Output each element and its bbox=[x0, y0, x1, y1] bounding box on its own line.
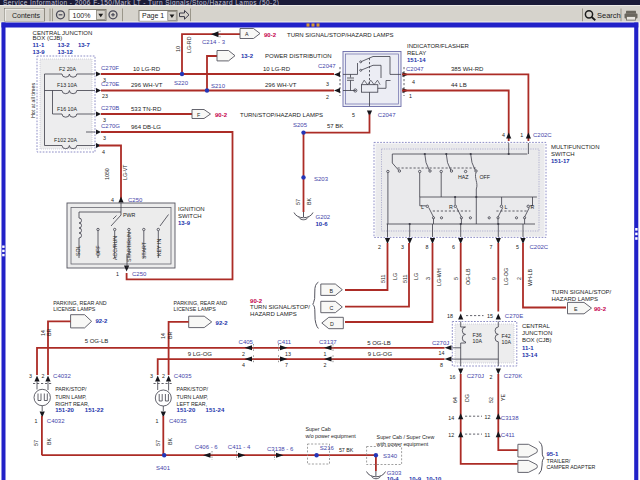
svg-text:9 LG-OG: 9 LG-OG bbox=[368, 351, 393, 357]
svg-text:C3138 - 6: C3138 - 6 bbox=[267, 446, 294, 452]
svg-text:23: 23 bbox=[102, 93, 108, 99]
svg-text:LG-RD: LG-RD bbox=[186, 36, 192, 53]
svg-text:S203: S203 bbox=[314, 176, 329, 182]
svg-text:LICENSE LAMPS: LICENSE LAMPS bbox=[53, 306, 96, 312]
svg-text:13-9: 13-9 bbox=[178, 220, 191, 226]
svg-text:533 TN-RD: 533 TN-RD bbox=[131, 106, 162, 112]
svg-text:B: B bbox=[330, 288, 334, 294]
svg-text:964 DB-LG: 964 DB-LG bbox=[131, 124, 161, 130]
svg-text:1050: 1050 bbox=[104, 168, 110, 180]
svg-text:TURN SIGNAL/STOP/HAZARD LAMPS: TURN SIGNAL/STOP/HAZARD LAMPS bbox=[287, 32, 394, 38]
svg-text:C3137: C3137 bbox=[319, 339, 337, 345]
svg-text:6: 6 bbox=[452, 244, 455, 250]
svg-text:10A: 10A bbox=[473, 338, 483, 344]
svg-text:C270E: C270E bbox=[101, 81, 119, 87]
svg-text:4: 4 bbox=[102, 149, 105, 155]
svg-text:5: 5 bbox=[352, 112, 355, 118]
svg-text:385 WH-RD: 385 WH-RD bbox=[451, 66, 484, 72]
svg-text:4: 4 bbox=[111, 197, 114, 203]
svg-text:JUNCTION: JUNCTION bbox=[522, 330, 552, 336]
svg-text:3: 3 bbox=[103, 135, 106, 141]
svg-text:POWER DISTRIBUTION: POWER DISTRIBUTION bbox=[265, 53, 332, 59]
svg-text:MULTIFUNCTION: MULTIFUNCTION bbox=[551, 144, 600, 150]
svg-text:2: 2 bbox=[378, 244, 381, 250]
svg-text:YE: YE bbox=[500, 393, 506, 401]
svg-text:10: 10 bbox=[175, 46, 181, 52]
svg-text:13-2: 13-2 bbox=[58, 42, 71, 48]
svg-text:2: 2 bbox=[242, 351, 245, 357]
svg-text:L: L bbox=[505, 204, 508, 210]
svg-text:C2047: C2047 bbox=[406, 66, 424, 72]
svg-text:1: 1 bbox=[520, 132, 523, 138]
svg-text:S401: S401 bbox=[156, 465, 171, 471]
svg-text:92-2: 92-2 bbox=[216, 320, 229, 326]
svg-text:1: 1 bbox=[116, 271, 119, 277]
svg-text:SWITCH: SWITCH bbox=[551, 151, 575, 157]
svg-text:F102 20A: F102 20A bbox=[54, 137, 77, 143]
svg-text:3: 3 bbox=[326, 81, 329, 87]
svg-text:R: R bbox=[449, 204, 453, 210]
svg-text:C202C: C202C bbox=[533, 132, 552, 138]
svg-text:F36: F36 bbox=[473, 332, 482, 338]
svg-text:OFF: OFF bbox=[480, 174, 491, 180]
svg-text:TURN SIGNAL/STOP/: TURN SIGNAL/STOP/ bbox=[551, 289, 611, 295]
svg-text:2: 2 bbox=[324, 362, 327, 368]
svg-text:A: A bbox=[245, 31, 249, 37]
svg-text:S216: S216 bbox=[320, 445, 335, 451]
svg-text:BR: BR bbox=[167, 331, 173, 339]
svg-text:90-2: 90-2 bbox=[264, 32, 277, 38]
svg-text:57: 57 bbox=[155, 440, 161, 446]
svg-text:10-9: 10-9 bbox=[409, 476, 422, 480]
svg-text:9: 9 bbox=[491, 277, 497, 280]
svg-text:13-12: 13-12 bbox=[58, 49, 74, 55]
svg-text:Super Cab: Super Cab bbox=[305, 426, 330, 432]
svg-text:TURN SIGNAL/STOP/: TURN SIGNAL/STOP/ bbox=[250, 304, 310, 310]
svg-text:11: 11 bbox=[485, 432, 491, 438]
svg-text:151-20: 151-20 bbox=[55, 407, 74, 413]
svg-text:R: R bbox=[531, 204, 535, 210]
svg-text:13-9: 13-9 bbox=[33, 49, 46, 55]
svg-text:511: 511 bbox=[402, 275, 408, 283]
svg-text:HAZARD LAMPS: HAZARD LAMPS bbox=[250, 311, 297, 317]
svg-text:START: START bbox=[141, 241, 147, 259]
svg-text:8: 8 bbox=[426, 244, 429, 250]
svg-text:HAZ: HAZ bbox=[458, 174, 469, 180]
svg-text:C405: C405 bbox=[239, 339, 254, 345]
svg-text:START/RUN: START/RUN bbox=[126, 232, 132, 262]
svg-text:1: 1 bbox=[409, 93, 412, 99]
svg-text:12: 12 bbox=[448, 432, 454, 438]
svg-text:18: 18 bbox=[447, 313, 453, 319]
svg-text:57 BK: 57 BK bbox=[339, 447, 354, 453]
svg-text:WH-LB: WH-LB bbox=[527, 268, 533, 286]
svg-text:G303: G303 bbox=[387, 470, 402, 476]
svg-text:296 WH-VT: 296 WH-VT bbox=[265, 82, 297, 88]
svg-text:Page 1: Page 1 bbox=[142, 12, 164, 20]
svg-text:IGNITION: IGNITION bbox=[178, 206, 205, 212]
svg-text:BOX (CJB): BOX (CJB) bbox=[522, 337, 552, 343]
svg-text:2: 2 bbox=[516, 277, 522, 280]
svg-text:C406 - 6: C406 - 6 bbox=[195, 444, 219, 450]
svg-text:BOX (CJB): BOX (CJB) bbox=[33, 35, 63, 41]
svg-text:57: 57 bbox=[33, 440, 39, 446]
svg-text:D: D bbox=[330, 321, 334, 327]
svg-text:BK: BK bbox=[167, 437, 173, 445]
svg-text:10 LG-RD: 10 LG-RD bbox=[133, 66, 161, 72]
svg-text:44 LB: 44 LB bbox=[451, 82, 467, 88]
svg-text:LG-VT: LG-VT bbox=[122, 164, 128, 180]
svg-text:90-2: 90-2 bbox=[594, 306, 607, 312]
svg-text:10-10: 10-10 bbox=[426, 476, 442, 480]
svg-text:PWR: PWR bbox=[123, 212, 136, 218]
svg-text:C411: C411 bbox=[501, 432, 516, 438]
svg-text:10-6: 10-6 bbox=[316, 221, 329, 227]
svg-text:INDICATOR/FLASHER: INDICATOR/FLASHER bbox=[407, 43, 469, 49]
svg-text:LG: LG bbox=[413, 273, 419, 280]
svg-text:E: E bbox=[574, 306, 578, 312]
svg-text:RELAY: RELAY bbox=[407, 50, 426, 56]
svg-text:5 OG-LB: 5 OG-LB bbox=[367, 340, 391, 346]
svg-text:TURN/STOP/HAZARD LAMPS: TURN/STOP/HAZARD LAMPS bbox=[240, 112, 323, 118]
svg-text:TURN LAMP,: TURN LAMP, bbox=[55, 394, 86, 400]
svg-text:C270E: C270E bbox=[505, 313, 523, 319]
svg-text:7: 7 bbox=[490, 244, 493, 250]
svg-text:3: 3 bbox=[425, 277, 431, 280]
svg-text:1: 1 bbox=[324, 351, 327, 357]
